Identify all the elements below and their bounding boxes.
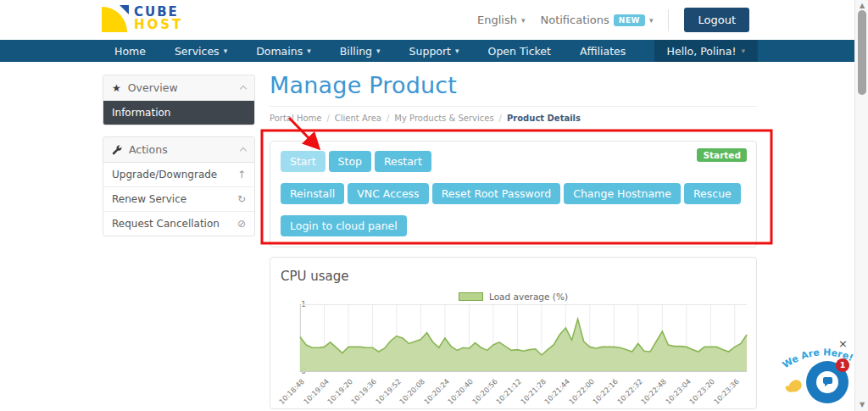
language-dropdown[interactable]: English ▾	[477, 14, 525, 26]
ban-icon: ⊘	[237, 218, 246, 230]
actions-panel: Actions Upgrade/Downgrade ↑ Renew Servic…	[103, 136, 255, 236]
chevron-down-icon: ▾	[649, 16, 654, 25]
chevron-down-icon: ▾	[224, 47, 228, 55]
chat-notification-badge: 1	[836, 358, 849, 372]
x-axis-labels: 10:18:4810:19:0410:19:2010:19:3610:19:52…	[300, 372, 747, 410]
main-navbar: Home Services▾ Domains▾ Billing▾ Support…	[0, 40, 868, 62]
nav-item-services[interactable]: Services▾	[160, 40, 242, 62]
sidebar-item-information[interactable]: Information	[103, 101, 254, 125]
nav-item-home[interactable]: Home	[100, 40, 160, 62]
chevron-down-icon: ▾	[307, 47, 311, 55]
refresh-icon: ↻	[237, 193, 246, 205]
brand-name-bottom: HOST	[134, 19, 183, 31]
restart-button[interactable]: Restart	[375, 151, 431, 172]
login-cloud-panel-button[interactable]: Login to cloud panel	[281, 215, 407, 236]
breadcrumb-client-area[interactable]: Client Area	[335, 114, 381, 123]
chevron-down-icon: ▾	[741, 47, 745, 55]
overview-panel: ★ Overview Information	[103, 75, 255, 125]
breadcrumb-my-products[interactable]: My Products & Services	[394, 114, 493, 123]
rescue-button[interactable]: Rescue	[684, 183, 741, 204]
sidebar: ★ Overview Information Actions Upgrade/D…	[103, 75, 255, 247]
status-badge: Started	[697, 148, 747, 162]
reinstall-button[interactable]: Reinstall	[281, 183, 344, 204]
nav-item-billing[interactable]: Billing▾	[326, 40, 395, 62]
scroll-up-arrow[interactable]: ▲	[855, 2, 868, 9]
top-header: CUBE HOST English ▾ Notifications NEW ▾ …	[0, 0, 868, 40]
new-badge: NEW	[614, 14, 645, 26]
scrollbar-thumb[interactable]	[858, 10, 866, 95]
speech-bubble-icon	[823, 377, 832, 384]
breadcrumb-product-details: Product Details	[507, 114, 581, 123]
waving-hand-icon	[783, 379, 804, 396]
cpu-area-chart	[300, 304, 747, 372]
start-button[interactable]: Start	[281, 151, 326, 172]
page-title: Manage Product	[270, 72, 757, 98]
sidebar-item-upgrade-downgrade[interactable]: Upgrade/Downgrade ↑	[103, 163, 254, 187]
nav-item-open-ticket[interactable]: Open Ticket	[474, 40, 565, 62]
sidebar-item-request-cancellation[interactable]: Request Cancellation ⊘	[103, 212, 254, 236]
vnc-access-button[interactable]: VNC Access	[348, 183, 428, 204]
wrench-icon	[112, 145, 122, 155]
chevron-down-icon: ▾	[376, 47, 381, 55]
breadcrumb-portal-home[interactable]: Portal Home	[270, 114, 321, 123]
vertical-scrollbar[interactable]: ▲ ▼	[854, 0, 868, 411]
overview-panel-header[interactable]: ★ Overview	[103, 75, 254, 101]
chevron-up-icon	[240, 86, 247, 92]
breadcrumb: Portal Home / Client Area / My Products …	[270, 106, 757, 123]
scroll-down-arrow[interactable]: ▼	[855, 401, 868, 408]
cpu-usage-title: CPU usage	[281, 269, 746, 284]
cpu-usage-panel: CPU usage Load average (%) 1 0 10:18:481…	[270, 257, 757, 409]
main-content: Manage Product Portal Home / Client Area…	[270, 72, 757, 411]
header-divider	[668, 9, 669, 31]
nav-item-affiliates[interactable]: Affiliates	[565, 40, 640, 62]
legend-label: Load average (%)	[489, 292, 568, 302]
brand-logo[interactable]: CUBE HOST	[102, 5, 183, 32]
actions-panel-header[interactable]: Actions	[103, 137, 254, 163]
stop-button[interactable]: Stop	[329, 151, 371, 172]
chevron-down-icon: ▾	[455, 47, 459, 55]
chat-widget: × We Are Here! 1	[778, 333, 863, 411]
arrow-up-icon: ↑	[237, 169, 246, 181]
reset-root-password-button[interactable]: Reset Root Password	[432, 183, 561, 204]
brand-cube-icon	[102, 5, 129, 32]
server-controls-panel: Started Start Stop Restart Reinstall VNC…	[270, 141, 757, 247]
chevron-down-icon: ▾	[521, 16, 526, 25]
cpu-chart	[300, 304, 747, 372]
chevron-up-icon	[240, 147, 247, 154]
nav-item-support[interactable]: Support▾	[395, 40, 474, 62]
logout-button[interactable]: Logout	[684, 8, 749, 32]
sidebar-item-renew-service[interactable]: Renew Service ↻	[103, 187, 254, 212]
user-menu[interactable]: Hello, Polina! ▾	[654, 40, 758, 62]
star-icon: ★	[112, 82, 121, 94]
chart-legend: Load average (%)	[281, 292, 746, 302]
legend-swatch	[459, 292, 483, 301]
change-hostname-button[interactable]: Change Hostname	[564, 183, 681, 204]
nav-item-domains[interactable]: Domains▾	[242, 40, 326, 62]
notifications-dropdown[interactable]: Notifications NEW ▾	[540, 14, 653, 26]
